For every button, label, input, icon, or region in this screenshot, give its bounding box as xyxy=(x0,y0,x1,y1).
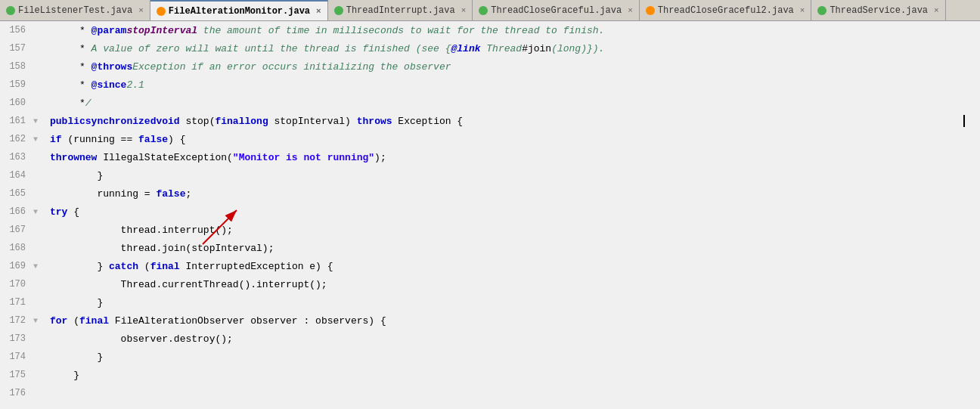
tab-close-threadclosegraceful[interactable]: × xyxy=(628,6,633,15)
tab-icon-filelistener xyxy=(6,6,15,15)
code-line: * A value of zero will wait until the th… xyxy=(47,39,980,57)
tab-threadinterrupt[interactable]: ThreadInterrupt.java× xyxy=(328,0,473,20)
tab-close-filelistener[interactable]: × xyxy=(138,6,144,15)
tab-label-filelistener: FileListenerTest.java xyxy=(18,5,132,16)
code-line: thread.interrupt(); xyxy=(47,221,980,239)
gutter-row: 173 xyxy=(0,330,41,348)
line-number: 172 xyxy=(0,315,30,326)
gutter-row: 171 xyxy=(0,293,41,311)
gutter-row: 165 xyxy=(0,184,41,203)
line-number: 171 xyxy=(0,297,30,308)
code-content: * @param stopInterval the amount of time… xyxy=(47,21,980,409)
tab-icon-filealterationmonitor xyxy=(157,7,166,16)
tab-threadclosegraceful2[interactable]: ThreadCloseGraceful2.java× xyxy=(640,0,812,20)
code-area: 156157158159160161▼162▼163164165166▼1671… xyxy=(0,21,980,409)
line-number: 168 xyxy=(0,243,30,253)
tab-label-threadclosegraceful2: ThreadCloseGraceful2.java xyxy=(658,5,794,16)
code-line: } xyxy=(47,366,980,384)
line-number: 170 xyxy=(0,279,30,290)
tab-close-threadinterrupt[interactable]: × xyxy=(461,6,467,15)
fold-icon[interactable]: ▼ xyxy=(30,117,41,125)
tab-threadclosegraceful[interactable]: ThreadCloseGraceful.java× xyxy=(473,0,639,20)
line-number: 164 xyxy=(0,170,30,181)
line-number: 165 xyxy=(0,188,30,199)
gutter-row: 170 xyxy=(0,275,41,293)
line-number: 160 xyxy=(0,98,30,108)
gutter-row: 163 xyxy=(0,148,41,166)
line-number: 174 xyxy=(0,352,30,362)
line-number: 156 xyxy=(0,25,30,36)
tab-filealterationmonitor[interactable]: FileAlterationMonitor.java× xyxy=(150,0,328,20)
tab-label-threadinterrupt: ThreadInterrupt.java xyxy=(346,5,455,16)
code-line xyxy=(47,384,980,402)
gutter-row: 175 xyxy=(0,366,41,384)
code-line: thread.join(stopInterval); xyxy=(47,239,980,257)
tab-label-threadservice: ThreadService.java xyxy=(830,5,928,16)
line-number: 161 xyxy=(0,116,30,126)
line-number: 175 xyxy=(0,370,30,380)
line-numbers: 156157158159160161▼162▼163164165166▼1671… xyxy=(0,21,47,409)
gutter-row: 161▼ xyxy=(0,112,41,130)
fold-icon[interactable]: ▼ xyxy=(30,135,41,144)
tab-filelistener[interactable]: FileListenerTest.java× xyxy=(0,0,150,20)
code-line: } catch (final InterruptedException e) { xyxy=(47,257,980,275)
tab-icon-threadinterrupt xyxy=(334,6,343,15)
line-number: 162 xyxy=(0,134,30,144)
gutter-row: 162▼ xyxy=(0,130,41,148)
fold-icon[interactable]: ▼ xyxy=(30,262,41,271)
tab-bar: FileListenerTest.java×FileAlterationMoni… xyxy=(0,0,980,21)
tab-icon-threadclosegraceful2 xyxy=(646,6,655,15)
gutter-row: 166▼ xyxy=(0,203,41,221)
tab-close-filealterationmonitor[interactable]: × xyxy=(316,7,321,16)
gutter-row: 167 xyxy=(0,221,41,239)
code-line: */ xyxy=(47,94,980,112)
code-line: } xyxy=(47,293,980,311)
line-number: 157 xyxy=(0,43,30,54)
code-line: for (final FileAlterationObserver observ… xyxy=(47,311,980,330)
code-line: if (running == false) { xyxy=(47,130,980,148)
gutter-row: 157 xyxy=(0,39,41,57)
tab-icon-threadclosegraceful xyxy=(479,6,488,15)
code-line: running = false; xyxy=(47,184,980,203)
text-cursor xyxy=(963,115,965,127)
line-number: 158 xyxy=(0,61,30,72)
code-line: observer.destroy(); xyxy=(47,330,980,348)
code-line: try { xyxy=(47,203,980,221)
tab-threadservice[interactable]: ThreadService.java× xyxy=(811,0,945,20)
line-number: 166 xyxy=(0,206,30,217)
gutter-row: 164 xyxy=(0,166,41,184)
line-number: 169 xyxy=(0,261,30,271)
gutter-row: 169▼ xyxy=(0,257,41,275)
code-line: } xyxy=(47,348,980,366)
line-number: 163 xyxy=(0,152,30,163)
line-number: 159 xyxy=(0,79,30,90)
code-line: * @throws Exception if an error occurs i… xyxy=(47,57,980,76)
line-number: 173 xyxy=(0,333,30,344)
line-number: 176 xyxy=(0,388,30,398)
code-line: public synchronized void stop(final long… xyxy=(47,112,980,130)
code-line: Thread.currentThread().interrupt(); xyxy=(47,275,980,293)
tab-close-threadservice[interactable]: × xyxy=(934,6,939,15)
code-line: * @since 2.1 xyxy=(47,76,980,94)
gutter-row: 159 xyxy=(0,76,41,94)
line-number: 167 xyxy=(0,225,30,235)
fold-icon[interactable]: ▼ xyxy=(30,317,41,325)
gutter-row: 176 xyxy=(0,384,41,402)
tab-close-threadclosegraceful2[interactable]: × xyxy=(800,6,805,15)
gutter-row: 174 xyxy=(0,348,41,366)
tab-icon-threadservice xyxy=(817,6,826,15)
gutter-row: 172▼ xyxy=(0,311,41,330)
tab-label-threadclosegraceful: ThreadCloseGraceful.java xyxy=(491,5,622,16)
gutter-row: 158 xyxy=(0,57,41,76)
gutter-row: 156 xyxy=(0,21,41,39)
tab-label-filealterationmonitor: FileAlterationMonitor.java xyxy=(169,6,310,17)
code-line: throw new IllegalStateException("Monitor… xyxy=(47,148,980,166)
code-line: * @param stopInterval the amount of time… xyxy=(47,21,980,39)
fold-icon[interactable]: ▼ xyxy=(30,208,41,216)
code-line: } xyxy=(47,166,980,184)
gutter-row: 160 xyxy=(0,94,41,112)
gutter-row: 168 xyxy=(0,239,41,257)
